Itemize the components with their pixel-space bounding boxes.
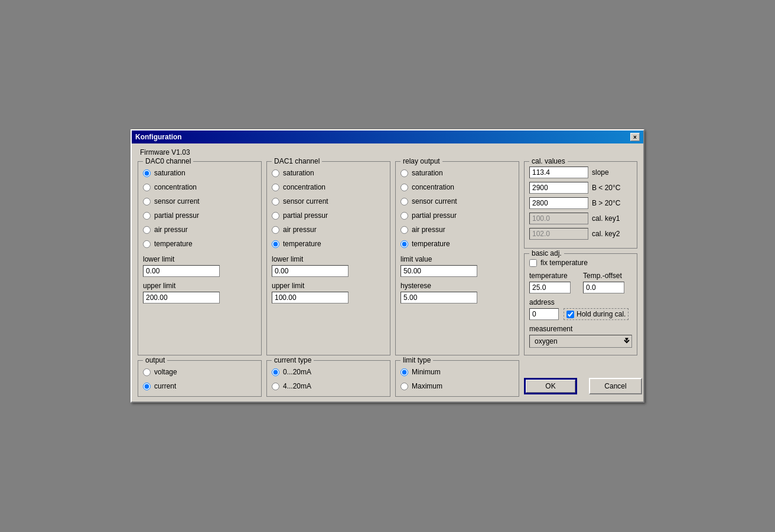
button-row: OK Cancel	[524, 378, 642, 397]
fix-temperature-label: fix temperature	[540, 259, 588, 267]
dac1-limits: lower limit upper limit	[272, 255, 385, 303]
temperature-label: temperature	[529, 272, 578, 280]
temp-offset-input[interactable]	[583, 282, 624, 293]
cal-key2-label: cal. key2	[592, 230, 620, 238]
title-bar: Konfiguration ×	[132, 130, 643, 143]
dac1-concentration[interactable]: concentration	[272, 183, 385, 191]
output-title: output	[143, 356, 167, 364]
relay-air-pressur[interactable]: air pressur	[400, 226, 514, 234]
relay-limit-value-input[interactable]	[400, 265, 477, 277]
dac1-saturation[interactable]: saturation	[272, 169, 385, 177]
cal-b-gt20-row: B > 20°C	[529, 197, 632, 209]
relay-limits: limit value hysterese	[400, 255, 514, 303]
relay-concentration[interactable]: concentration	[400, 183, 514, 191]
dac0-radio-group: saturation concentration sensor current …	[143, 169, 256, 248]
address-label: address	[529, 298, 632, 306]
output-radio-group: voltage current	[143, 368, 256, 390]
relay-limit-value-label: limit value	[400, 255, 514, 263]
limit-type-group: limit type Minimum Maximum	[395, 360, 519, 397]
dac0-temperature[interactable]: temperature	[143, 240, 256, 248]
dac0-group: DAC0 channel saturation concentration se…	[138, 161, 262, 355]
dac0-upper-input[interactable]	[143, 292, 220, 303]
current-type-group: current type 0...20mA 4...20mA	[266, 360, 390, 397]
relay-sensor-current[interactable]: sensor current	[400, 197, 514, 205]
temp-offset-label: Temp.-offset	[583, 272, 632, 280]
dac1-sensor-current[interactable]: sensor current	[272, 197, 385, 205]
fix-temperature-checkbox[interactable]	[529, 259, 537, 267]
dac0-saturation[interactable]: saturation	[143, 169, 256, 177]
firmware-version: Firmware V1.03	[140, 148, 637, 156]
dac1-lower-input[interactable]	[272, 265, 349, 277]
ok-button[interactable]: OK	[524, 378, 577, 394]
dac0-partial-pressur[interactable]: partial pressur	[143, 211, 256, 220]
dac0-sensor-current[interactable]: sensor current	[143, 197, 256, 205]
limit-type-minimum[interactable]: Minimum	[400, 368, 514, 376]
address-input[interactable]	[529, 308, 559, 320]
cal-values-group: cal. values slope B < 20°C B > 20°C	[524, 161, 637, 249]
cal-b-gt20-input[interactable]	[529, 197, 588, 209]
limit-type-title: limit type	[400, 356, 433, 364]
relay-hysterese-label: hysterese	[400, 282, 514, 290]
measurement-label: measurement	[529, 325, 632, 333]
limit-type-radio-group: Minimum Maximum	[400, 368, 514, 390]
dac1-lower-label: lower limit	[272, 255, 385, 263]
cal-key1-label: cal. key1	[592, 214, 620, 223]
temperature-input[interactable]	[529, 282, 571, 293]
dac0-concentration[interactable]: concentration	[143, 183, 256, 191]
relay-saturation[interactable]: saturation	[400, 169, 514, 177]
relay-radio-group: saturation concentration sensor current …	[400, 169, 514, 248]
dac0-lower-label: lower limit	[143, 255, 256, 263]
fix-temperature-row: fix temperature	[529, 259, 632, 267]
hold-during-cal-checkbox[interactable]	[566, 311, 574, 318]
cal-key1-input[interactable]	[529, 213, 588, 224]
cal-slope-row: slope	[529, 167, 632, 178]
cal-key2-row: cal. key2	[529, 228, 632, 240]
cal-values-title: cal. values	[529, 157, 568, 165]
main-grid: DAC0 channel saturation concentration se…	[138, 161, 637, 355]
cal-b-lt20-input[interactable]	[529, 182, 588, 194]
cal-b-lt20-label: B < 20°C	[592, 184, 621, 192]
current-type-radio-group: 0...20mA 4...20mA	[272, 368, 385, 390]
output-voltage[interactable]: voltage	[143, 368, 256, 376]
button-area: OK Cancel	[524, 360, 642, 397]
temperature-field: temperature	[529, 272, 578, 293]
temp-offset-field: Temp.-offset	[583, 272, 632, 293]
address-hold-row: Hold during cal.	[529, 308, 632, 320]
relay-title: relay output	[400, 157, 442, 165]
cal-slope-input[interactable]	[529, 167, 588, 178]
dac1-title: DAC1 channel	[272, 157, 322, 165]
dac0-air-pressur[interactable]: air pressur	[143, 226, 256, 234]
current-type-4-20[interactable]: 4...20mA	[272, 382, 385, 390]
hold-during-cal-label: Hold during cal.	[577, 310, 626, 318]
dac1-air-pressur[interactable]: air pressur	[272, 226, 385, 234]
current-type-0-20[interactable]: 0...20mA	[272, 368, 385, 376]
close-button[interactable]: ×	[630, 133, 640, 141]
cal-key2-input[interactable]	[529, 228, 588, 240]
dac0-limits: lower limit upper limit	[143, 255, 256, 303]
window-title: Konfiguration	[135, 133, 182, 141]
cal-key1-row: cal. key1	[529, 213, 632, 224]
dac1-upper-input[interactable]	[272, 292, 349, 303]
measurement-row: measurement oxygen	[529, 325, 632, 348]
current-type-title: current type	[272, 356, 314, 364]
measurement-select[interactable]: oxygen	[529, 335, 632, 348]
right-column: cal. values slope B < 20°C B > 20°C	[524, 161, 637, 355]
relay-temperature[interactable]: temperature	[400, 240, 514, 248]
bottom-grid: output voltage current current type	[138, 360, 637, 397]
cal-slope-label: slope	[592, 168, 609, 177]
dac1-partial-pressur[interactable]: partial pressur	[272, 211, 385, 220]
dac1-temperature[interactable]: temperature	[272, 240, 385, 248]
relay-partial-pressur[interactable]: partial pressur	[400, 211, 514, 220]
output-current[interactable]: current	[143, 382, 256, 390]
basic-adj-group: basic adj. fix temperature temperature T…	[524, 253, 637, 355]
hold-during-cal-row[interactable]: Hold during cal.	[564, 308, 629, 320]
cal-b-gt20-label: B > 20°C	[592, 199, 621, 207]
output-group: output voltage current	[138, 360, 262, 397]
dac0-lower-input[interactable]	[143, 265, 220, 277]
dac0-upper-label: upper limit	[143, 282, 256, 290]
relay-group: relay output saturation concentration se…	[395, 161, 519, 355]
cancel-button[interactable]: Cancel	[589, 378, 642, 394]
relay-hysterese-input[interactable]	[400, 292, 477, 303]
limit-type-maximum[interactable]: Maximum	[400, 382, 514, 390]
temp-offset-row: temperature Temp.-offset	[529, 272, 632, 293]
